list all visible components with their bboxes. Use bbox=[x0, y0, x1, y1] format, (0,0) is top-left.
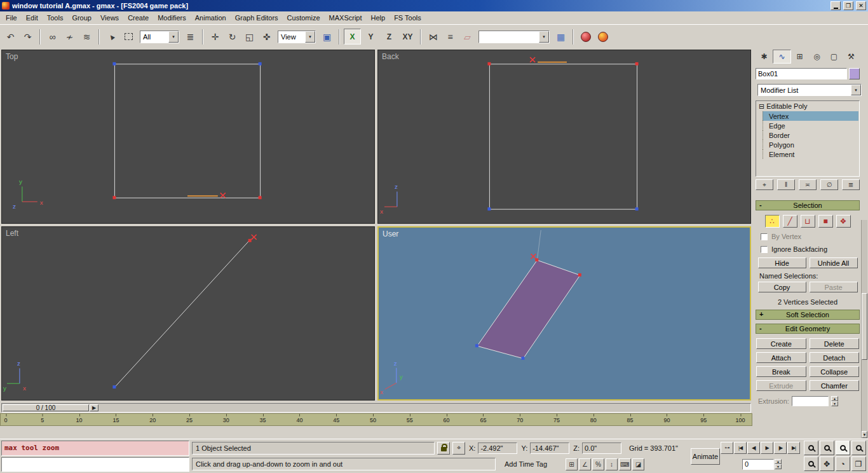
viewport-back-canvas[interactable]: z x bbox=[378, 50, 750, 223]
min-max-toggle-icon[interactable]: ❐ bbox=[851, 456, 866, 471]
viewport-left[interactable]: Left z y bbox=[1, 226, 375, 401]
menu-item-create[interactable]: Create bbox=[123, 12, 153, 24]
by-vertex-checkbox[interactable] bbox=[761, 233, 768, 240]
listener-script-line[interactable] bbox=[1, 457, 189, 472]
mirror-icon[interactable]: ⋈ bbox=[425, 29, 441, 45]
go-to-end-button[interactable]: ▶| bbox=[787, 442, 800, 454]
zoom-region-icon[interactable] bbox=[804, 456, 818, 471]
angle-snap-icon[interactable]: ∠ bbox=[579, 458, 591, 470]
select-and-scale-icon[interactable]: ◱ bbox=[241, 29, 257, 45]
coord-y-field[interactable]: -14.467" bbox=[530, 442, 569, 454]
edit-geometry-rollout-header[interactable]: - Edit Geometry bbox=[756, 324, 860, 334]
spinner-up-icon[interactable]: ▲ bbox=[831, 396, 838, 401]
coord-z-field[interactable]: 0.0" bbox=[582, 442, 621, 454]
menu-item-maxscript[interactable]: MAXScript bbox=[325, 12, 367, 24]
axis-constraint-x-button[interactable]: X bbox=[344, 29, 361, 45]
configure-modifier-sets-icon[interactable]: ≣ bbox=[842, 179, 860, 190]
go-to-start-button[interactable]: |◀ bbox=[734, 442, 747, 454]
select-and-move-icon[interactable]: ✛ bbox=[207, 29, 223, 45]
menu-item-graph-editors[interactable]: Graph Editors bbox=[231, 12, 283, 24]
menu-item-fs-tools[interactable]: FS Tools bbox=[390, 12, 426, 24]
zoom-extents-all-icon[interactable] bbox=[851, 441, 866, 455]
select-and-manipulate-icon[interactable]: ✜ bbox=[259, 29, 275, 45]
rect-selection-region-icon[interactable] bbox=[121, 29, 137, 45]
select-and-rotate-icon[interactable]: ↻ bbox=[224, 29, 240, 45]
previous-frame-button[interactable]: ◀| bbox=[747, 442, 760, 454]
spinner-down-icon[interactable]: ▼ bbox=[831, 401, 838, 406]
edge-mode-icon[interactable]: ╱ bbox=[783, 215, 797, 228]
named-selection-sets-dropdown[interactable]: ▼ bbox=[478, 31, 550, 43]
modifier-list-dropdown[interactable]: Modifier List ▼ bbox=[757, 84, 862, 96]
menu-item-animation[interactable]: Animation bbox=[191, 12, 231, 24]
arc-rotate-icon[interactable]: ◔ bbox=[836, 456, 850, 471]
redo-icon[interactable]: ↷ bbox=[20, 29, 36, 45]
menu-item-file[interactable]: File bbox=[1, 12, 22, 24]
menu-item-edit[interactable]: Edit bbox=[22, 12, 43, 24]
fs-tools-render-icon[interactable] bbox=[595, 29, 611, 45]
track-bar[interactable]: 0510152025303540455055606570758085909510… bbox=[0, 413, 752, 426]
attach-button[interactable]: Attach bbox=[756, 352, 806, 363]
selection-filter-dropdown[interactable]: All▼ bbox=[140, 31, 179, 43]
menu-item-customize[interactable]: Customize bbox=[283, 12, 325, 24]
degradation-toggle-icon[interactable]: ◪ bbox=[632, 458, 644, 470]
object-color-swatch[interactable] bbox=[849, 68, 860, 79]
add-time-tag-label[interactable]: Add Time Tag bbox=[505, 460, 559, 468]
break-button[interactable]: Break bbox=[756, 366, 806, 377]
key-mode-toggle-button[interactable]: ⊶ bbox=[721, 442, 733, 454]
zoom-all-icon[interactable] bbox=[820, 441, 834, 455]
window-restore-button[interactable]: ❐ bbox=[843, 1, 853, 10]
gizmo-x-marker[interactable] bbox=[530, 57, 535, 62]
time-slider-track[interactable]: 0 / 100 ▶ bbox=[1, 403, 751, 413]
animate-button[interactable]: Animate bbox=[691, 448, 720, 465]
selection-lock-button[interactable] bbox=[437, 442, 450, 455]
create-button[interactable]: Create bbox=[756, 338, 806, 349]
hide-button[interactable]: Hide bbox=[758, 257, 806, 268]
zoom-icon[interactable] bbox=[804, 441, 818, 455]
delete-button[interactable]: Delete bbox=[810, 338, 860, 349]
paste-button[interactable]: Paste bbox=[810, 282, 858, 292]
pan-icon[interactable]: ✥ bbox=[820, 456, 834, 471]
tab-motion[interactable]: ◎ bbox=[808, 50, 825, 64]
material-editor-icon[interactable] bbox=[578, 29, 593, 45]
frame-spinner[interactable]: ▲▼ bbox=[775, 459, 782, 469]
chevron-down-icon[interactable]: ▼ bbox=[168, 31, 179, 43]
window-close-button[interactable]: ✕ bbox=[856, 1, 866, 10]
remove-modifier-icon[interactable]: ∅ bbox=[820, 179, 838, 190]
viewport-back[interactable]: Back bbox=[377, 50, 751, 224]
stack-item-polygon[interactable]: Polygon bbox=[763, 140, 858, 149]
track-view-icon[interactable]: ▱ bbox=[459, 29, 475, 45]
stack-item-element[interactable]: Element bbox=[763, 149, 858, 159]
keyboard-override-icon[interactable]: ⌨ bbox=[619, 458, 631, 470]
collapse-button[interactable]: Collapse bbox=[810, 366, 860, 377]
spinner-snap-icon[interactable]: ↕ bbox=[606, 458, 618, 470]
stack-item-edge[interactable]: Edge bbox=[763, 121, 858, 130]
stack-item-border[interactable]: Border bbox=[763, 130, 858, 140]
chevron-down-icon[interactable]: ▼ bbox=[851, 85, 861, 95]
tab-modify[interactable]: ∿ bbox=[773, 50, 791, 64]
gizmo-x-marker[interactable] bbox=[220, 193, 226, 198]
frame-number-field[interactable]: 0 bbox=[742, 459, 774, 470]
menu-item-views[interactable]: Views bbox=[96, 12, 123, 24]
tab-display[interactable]: ▢ bbox=[825, 50, 843, 64]
viewport-top-canvas[interactable]: y x z bbox=[2, 50, 374, 223]
zoom-extents-icon[interactable] bbox=[836, 441, 850, 455]
copy-button[interactable]: Copy bbox=[758, 282, 806, 292]
bind-to-spacewarp-icon[interactable]: ≋ bbox=[79, 29, 95, 45]
menu-item-help[interactable]: Help bbox=[367, 12, 390, 24]
stack-item-editable-poly[interactable]: ⊟ Editable Poly bbox=[757, 102, 858, 111]
axis-constraint-y-button[interactable]: Y bbox=[362, 29, 379, 45]
time-slider-advance-button[interactable]: ▶ bbox=[90, 404, 98, 411]
extrude-button[interactable]: Extrude bbox=[756, 380, 806, 391]
tab-hierarchy[interactable]: ⊞ bbox=[791, 50, 808, 64]
menu-item-tools[interactable]: Tools bbox=[43, 12, 68, 24]
chamfer-button[interactable]: Chamfer bbox=[810, 380, 860, 391]
panel-scrollbar[interactable]: ▼ bbox=[861, 220, 867, 438]
select-and-link-icon[interactable]: ∞ bbox=[44, 29, 60, 45]
gizmo-x-marker[interactable] bbox=[252, 235, 257, 240]
soft-selection-rollout-header[interactable]: + Soft Selection bbox=[756, 310, 860, 320]
tab-create[interactable]: ✱ bbox=[756, 50, 773, 64]
ignore-backfacing-checkbox[interactable] bbox=[761, 246, 768, 253]
play-button[interactable]: ▶ bbox=[761, 442, 773, 454]
time-slider-thumb[interactable]: 0 / 100 bbox=[3, 404, 89, 411]
align-icon[interactable]: ≡ bbox=[442, 29, 458, 45]
